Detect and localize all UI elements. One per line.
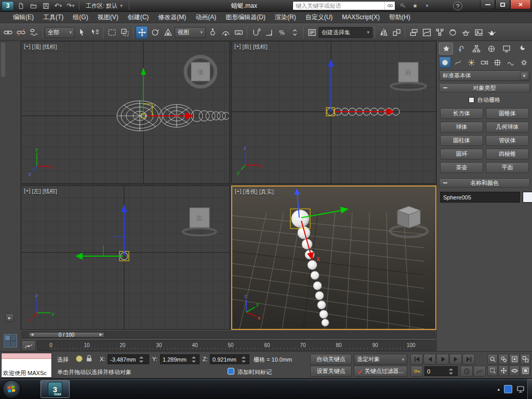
- viewport-menu-plus[interactable]: [+]: [24, 188, 31, 195]
- current-frame-input[interactable]: [427, 368, 448, 375]
- tab-motion[interactable]: [484, 43, 498, 55]
- y-coordinate-field[interactable]: [160, 354, 200, 364]
- viewport-view-label[interactable]: [透视]: [243, 188, 258, 196]
- taskbar-3dsmax-button[interactable]: 3 max: [41, 380, 70, 398]
- isolate-selection-toggle[interactable]: [76, 355, 83, 362]
- snap-toggle-button[interactable]: 3: [249, 26, 262, 39]
- z-coordinate-field[interactable]: [210, 354, 249, 364]
- default-in-out-tangents-button[interactable]: [473, 366, 486, 377]
- window-crossing-toggle-button[interactable]: [118, 26, 131, 39]
- category-systems[interactable]: [518, 57, 530, 68]
- category-geometry[interactable]: [439, 57, 451, 68]
- select-and-link-button[interactable]: [2, 26, 14, 39]
- add-time-tag-label[interactable]: 添加时间标记: [237, 368, 272, 376]
- selection-set-dropdown[interactable]: 选定对象 ▾: [354, 354, 407, 365]
- y-coordinate-input[interactable]: [163, 356, 191, 363]
- previous-frame-button[interactable]: [423, 354, 436, 365]
- zoom-extents-all-button[interactable]: [520, 354, 530, 365]
- viewport-left[interactable]: [+] [左] [线框]: [21, 185, 230, 330]
- minimize-button[interactable]: [480, 0, 495, 9]
- rectangular-selection-region-button[interactable]: [105, 26, 118, 39]
- autogrid-checkbox[interactable]: [469, 97, 474, 103]
- redo-dropdown-arrow-icon[interactable]: ▾: [72, 3, 75, 8]
- cone-button[interactable]: 圆锥体: [486, 108, 529, 119]
- next-frame-button[interactable]: [449, 354, 462, 365]
- maximize-viewport-toggle-button[interactable]: [520, 365, 530, 376]
- viewport-view-label[interactable]: [左]: [32, 188, 41, 195]
- object-color-swatch[interactable]: [523, 192, 532, 203]
- viewcube[interactable]: [390, 206, 428, 237]
- geosphere-button[interactable]: 几何球体: [486, 122, 529, 132]
- viewport-left-canvas[interactable]: z y x 左: [21, 186, 230, 330]
- time-slider-handle[interactable]: ◀ 0 / 100 ▶: [29, 332, 104, 338]
- object-type-rollout-header[interactable]: 对象类型: [439, 83, 530, 92]
- zoom-all-button[interactable]: [498, 354, 509, 365]
- previous-frame-arrow-icon[interactable]: ◀: [31, 332, 33, 337]
- menu-graph-editors[interactable]: 图形编辑器(D): [221, 12, 270, 23]
- pan-button[interactable]: [498, 365, 509, 376]
- viewport-top[interactable]: [+] [顶] [线框]: [21, 41, 230, 184]
- viewport-top-canvas[interactable]: y x z 顶: [21, 42, 230, 184]
- sign-in-button[interactable]: [398, 1, 408, 10]
- viewcube[interactable]: 左: [183, 208, 216, 235]
- viewcube[interactable]: 顶: [185, 57, 216, 87]
- go-to-start-button[interactable]: [410, 354, 423, 365]
- undo-dropdown-arrow-icon[interactable]: ▾: [60, 3, 62, 8]
- menu-edit[interactable]: 编辑(E): [8, 12, 38, 23]
- use-pivot-center-button[interactable]: [206, 26, 219, 39]
- search-input[interactable]: [293, 3, 384, 9]
- show-hidden-icons-button[interactable]: ▴: [497, 387, 500, 392]
- listener-text[interactable]: 欢迎使用 MAXSc: [2, 359, 51, 377]
- maximize-button[interactable]: [495, 0, 510, 9]
- mirror-button[interactable]: [377, 26, 390, 39]
- render-production-button[interactable]: [485, 26, 498, 39]
- left-scrollbar[interactable]: [1, 43, 5, 77]
- teapot-button[interactable]: 茶壶: [440, 162, 483, 173]
- favorites-button[interactable]: ★: [410, 1, 420, 10]
- align-button[interactable]: [390, 26, 403, 39]
- show-desktop-button[interactable]: [527, 379, 532, 399]
- name-color-rollout-header[interactable]: 名称和颜色: [439, 178, 530, 188]
- left-panel-arrow-button[interactable]: ▸: [5, 313, 14, 322]
- viewport-front-canvas[interactable]: z x y 前: [232, 42, 436, 184]
- select-and-rotate-button[interactable]: [149, 26, 161, 39]
- percent-snap-button[interactable]: %: [275, 26, 288, 39]
- cylinder-button[interactable]: 圆柱体: [440, 135, 483, 146]
- category-space-warps[interactable]: [504, 57, 516, 68]
- mini-curve-editor-button[interactable]: [21, 340, 36, 351]
- new-file-button[interactable]: [15, 1, 26, 11]
- plane-button[interactable]: 平面: [486, 162, 529, 173]
- menu-modifiers[interactable]: 修改器(M): [153, 12, 191, 23]
- go-to-end-button[interactable]: [462, 354, 475, 365]
- render-setup-button[interactable]: [459, 26, 472, 39]
- selection-lock-icon[interactable]: [85, 354, 93, 363]
- x-coordinate-input[interactable]: [110, 356, 138, 363]
- current-frame-field[interactable]: [424, 366, 458, 376]
- viewport-menu-plus[interactable]: [+]: [235, 188, 242, 196]
- reference-coordinate-dropdown[interactable]: 视图▾: [175, 27, 206, 38]
- open-file-button[interactable]: [28, 1, 39, 11]
- z-spinner[interactable]: [242, 355, 247, 364]
- zoom-button[interactable]: [487, 354, 498, 365]
- zoom-region-button[interactable]: [487, 365, 498, 376]
- tab-display[interactable]: [499, 43, 513, 55]
- undo-button[interactable]: ↶▾: [52, 1, 64, 11]
- box-button[interactable]: 长方体: [440, 108, 483, 119]
- infocenter-dropdown-button[interactable]: ▾: [422, 1, 432, 10]
- viewport-menu-plus[interactable]: [+]: [234, 43, 241, 51]
- menu-rendering[interactable]: 渲染(R): [270, 12, 301, 23]
- ime-tray-icon[interactable]: [504, 385, 512, 393]
- viewport-shading-label[interactable]: [线框]: [253, 43, 268, 51]
- select-and-manipulate-button[interactable]: [219, 26, 232, 39]
- viewcube[interactable]: 前: [391, 62, 426, 90]
- keyboard-shortcut-override-button[interactable]: [232, 26, 245, 39]
- viewport-front[interactable]: [+] [前] [线框]: [231, 41, 436, 184]
- schematic-view-button[interactable]: [433, 26, 446, 39]
- unlink-selection-button[interactable]: [15, 26, 27, 39]
- set-key-button[interactable]: 设置关键点: [310, 366, 352, 377]
- viewport-perspective-canvas[interactable]: X z x y: [232, 187, 435, 329]
- viewport-shading-label[interactable]: [线框]: [43, 188, 57, 195]
- viewport-menu-plus[interactable]: [+]: [24, 43, 31, 51]
- menu-maxscript[interactable]: MAXScript(X): [337, 12, 384, 23]
- macro-recorder-field[interactable]: [2, 353, 51, 359]
